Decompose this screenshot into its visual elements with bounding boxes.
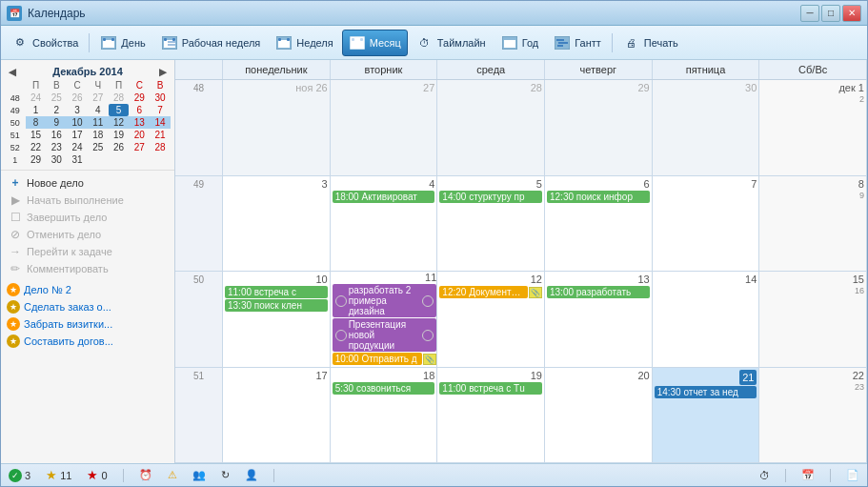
mini-cal-day[interactable]: 30 [46, 153, 67, 166]
mini-cal-day[interactable]: 6 [129, 104, 150, 116]
mini-cal-day[interactable]: 26 [109, 141, 130, 153]
day-nov30[interactable]: 30 [653, 80, 760, 175]
day-nov27[interactable]: 27 [331, 80, 438, 175]
day-17[interactable]: 17 [223, 368, 331, 463]
maximize-button[interactable]: □ [821, 5, 840, 22]
svg-rect-7 [172, 38, 175, 41]
day-18[interactable]: 18 5:30 созвониться [331, 368, 438, 463]
close-button[interactable]: ✕ [842, 5, 861, 22]
mini-cal-day[interactable]: 2 [46, 104, 67, 116]
mini-cal-day[interactable]: 4 [88, 104, 109, 116]
refresh-status[interactable]: ↻ [221, 469, 230, 481]
event-docs[interactable]: 12:20 Документы н [439, 286, 528, 298]
mini-cal-day[interactable]: 20 [129, 129, 150, 141]
mini-cal-day[interactable]: 29 [26, 153, 47, 166]
next-month-button[interactable]: ▶ [159, 67, 167, 77]
day-21[interactable]: 21 14:30 отчет за нед [653, 368, 760, 463]
event-search[interactable]: 13:30 поиск клен [225, 299, 328, 312]
new-task-action[interactable]: + Новое дело [3, 174, 172, 192]
event-send[interactable]: 10:00 Отправить д [333, 353, 423, 365]
mini-cal-day[interactable]: 28 [150, 141, 171, 153]
window-title: Календарь [28, 7, 800, 20]
mini-cal-day[interactable]: 25 [46, 91, 67, 104]
day-5[interactable]: 5 14:00 стурктуру пр [437, 176, 545, 272]
print-button[interactable]: 🖨 Печать [616, 30, 685, 56]
day-nov29[interactable]: 29 [545, 80, 653, 175]
mini-cal-day[interactable]: 12 [109, 116, 130, 129]
mini-cal-day[interactable]: 10 [67, 116, 88, 129]
week-num-50: 50 [5, 116, 26, 129]
gantt-button[interactable]: Гантт [547, 30, 608, 56]
event-call[interactable]: 5:30 созвониться [333, 382, 435, 395]
mini-cal-day[interactable]: 25 [88, 141, 109, 153]
day-3[interactable]: 3 [223, 176, 331, 272]
mini-cal-day[interactable]: 7 [150, 104, 171, 116]
mini-cal-day[interactable]: 24 [67, 141, 88, 153]
mini-cal-day[interactable]: 26 [67, 91, 88, 104]
mini-cal-day[interactable]: 13 [129, 116, 150, 129]
day-nov28[interactable]: 28 [437, 80, 545, 175]
properties-button[interactable]: ⚙ Свойства [5, 30, 85, 56]
event-2[interactable]: 14:00 стурктуру пр [439, 191, 542, 203]
mini-cal-day[interactable]: 8 [26, 116, 47, 129]
day-12[interactable]: 12 12:20 Документы н 📎 [437, 272, 545, 367]
task-item-1[interactable]: ★ Дело № 2 [1, 281, 174, 298]
day-20[interactable]: 20 [545, 368, 653, 463]
day-button[interactable]: День [93, 30, 151, 56]
day-15-16[interactable]: 15 16 [759, 272, 867, 367]
mini-cal-day-today[interactable]: 5 [109, 104, 130, 116]
task-item-3[interactable]: ★ Забрать визитки... [1, 315, 174, 333]
day-14[interactable]: 14 [653, 272, 760, 367]
timeline-button[interactable]: ⏱ Таймлайн [410, 30, 493, 56]
mini-cal-day[interactable]: 16 [46, 129, 67, 141]
day-4[interactable]: 4 18:00 Активироват [331, 176, 438, 272]
event-meeting[interactable]: 11:00 встреча с [225, 286, 328, 298]
mini-cal-day[interactable]: 27 [129, 141, 150, 153]
task-item-2[interactable]: ★ Сделать заказ о... [1, 298, 174, 315]
mini-cal-day[interactable]: 15 [26, 129, 47, 141]
mini-cal-day[interactable]: 29 [129, 91, 150, 104]
day-number: 28 [439, 82, 542, 93]
event-3[interactable]: 12:30 поиск инфор [547, 191, 650, 203]
mini-cal-day[interactable]: 11 [88, 116, 109, 129]
mini-cal-day[interactable]: 21 [150, 129, 171, 141]
mini-cal-day[interactable]: 28 [109, 91, 130, 104]
month-button[interactable]: Месяц [342, 30, 408, 56]
event-report[interactable]: 14:30 отчет за нед [655, 386, 757, 398]
event-1[interactable]: 18:00 Активироват [333, 191, 435, 203]
day-19[interactable]: 19 11:00 встреча с Тu [437, 368, 545, 463]
week-button[interactable]: Неделя [269, 30, 339, 56]
mini-cal-day[interactable]: 23 [46, 141, 67, 153]
day-dec1[interactable]: дек 1 2 [759, 80, 867, 175]
mini-cal-day[interactable]: 30 [150, 91, 171, 104]
mini-cal-day[interactable]: 9 [46, 116, 67, 129]
mini-cal-day[interactable]: 3 [67, 104, 88, 116]
day-6[interactable]: 6 12:30 поиск инфор [545, 176, 653, 272]
event-presentation[interactable]: Презентация новой продукции [333, 318, 437, 352]
prev-month-button[interactable]: ◀ [9, 67, 16, 77]
day-7[interactable]: 7 [653, 176, 760, 272]
day-8-9[interactable]: 8 9 [759, 176, 867, 272]
mini-cal-day[interactable]: 22 [26, 141, 47, 153]
tasks-list[interactable]: ★ Дело № 2 ★ Сделать заказ о... ★ Забрат… [1, 281, 174, 463]
event-meeting2[interactable]: 11:00 встреча с Тu [439, 382, 542, 395]
mini-cal-day[interactable]: 19 [109, 129, 130, 141]
mini-cal-day[interactable]: 14 [150, 116, 171, 129]
event-develop[interactable]: 13:00 разработать [547, 286, 650, 298]
mini-cal-day[interactable]: 27 [88, 91, 109, 104]
task-item-4[interactable]: ★ Составить догов... [1, 333, 174, 350]
mini-cal-day[interactable]: 17 [67, 129, 88, 141]
day-11[interactable]: 11 разработать 2 примера дизайна Презент… [331, 272, 438, 367]
mini-cal-day[interactable]: 18 [88, 129, 109, 141]
day-10[interactable]: 10 11:00 встреча с 13:30 поиск клен [223, 272, 331, 367]
mini-cal-day[interactable]: 31 [67, 153, 88, 166]
work-week-button[interactable]: Рабочая неделя [154, 30, 268, 56]
day-13[interactable]: 13 13:00 разработать [545, 272, 653, 367]
day-nov26[interactable]: ноя 26 [223, 80, 331, 175]
year-button[interactable]: Год [495, 30, 546, 56]
minimize-button[interactable]: ─ [800, 5, 819, 22]
event-design[interactable]: разработать 2 примера дизайна [333, 284, 437, 317]
mini-cal-day[interactable]: 24 [26, 91, 47, 104]
mini-cal-day[interactable]: 1 [26, 104, 47, 116]
day-22-23[interactable]: 22 23 [759, 368, 867, 463]
